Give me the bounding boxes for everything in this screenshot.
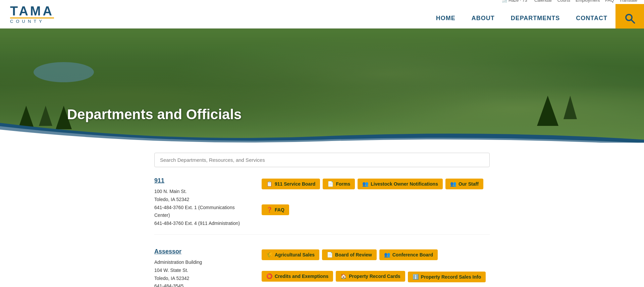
tag-icon-911-service-board: 📋 [266, 181, 273, 187]
main-nav: HOME ABOUT DEPARTMENTS CONTACT [428, 15, 615, 22]
dept-name-911[interactable]: 911 [154, 177, 248, 184]
tag-assessor-board-of-review[interactable]: 📄 Board of Review [322, 249, 377, 260]
tag-icon-property-cards: 🏠 [340, 273, 347, 279]
courts-link[interactable]: Courts [557, 0, 570, 3]
tag-assessor-conference-board[interactable]: 👥 Conference Board [379, 249, 438, 260]
dept-entry-911: 911 100 N. Main St. Toledo, IA 52342 641… [154, 177, 490, 235]
dept-left-assessor: Assessor Administration Building 104 W. … [154, 248, 248, 287]
logo-area: TAMA COUNTY [0, 5, 54, 23]
tag-icon-agricultural: 🌾 [266, 252, 273, 258]
nav-about[interactable]: ABOUT [464, 15, 503, 22]
tag-icon-conference-board: 👥 [384, 252, 390, 258]
translate-link[interactable]: Translate [619, 0, 637, 3]
tag-assessor-property-record-cards[interactable]: 🏠 Property Record Cards [336, 271, 405, 282]
nav-contact[interactable]: CONTACT [568, 15, 615, 22]
weather: 🌫️ Haze · 73° [502, 0, 529, 3]
hero-curve [0, 123, 644, 143]
main-content: 911 100 N. Main St. Toledo, IA 52342 641… [87, 143, 557, 287]
utility-bar: 🌫️ Haze · 73° Calendar Courts Employment… [502, 0, 644, 4]
dept-tags-911: 📋 911 Service Board 📄 Forms 👥 Livestock … [262, 177, 490, 228]
tag-911-forms[interactable]: 📄 Forms [323, 179, 355, 189]
employment-link[interactable]: Employment [576, 0, 600, 3]
tag-icon-sales-info: ℹ️ [413, 274, 419, 280]
tag-icon-livestock: 👥 [362, 181, 369, 187]
weather-icon: 🌫️ [502, 0, 507, 3]
hero-section: Departments and Officials [0, 29, 644, 143]
dept-left-911: 911 100 N. Main St. Toledo, IA 52342 641… [154, 177, 248, 228]
tag-icon-faq: ❓ [266, 207, 273, 213]
logo-tama: TAMA [10, 5, 54, 18]
dept-tags-assessor: 🌾 Agricultural Sales 📄 Board of Review 👥… [262, 248, 490, 287]
tag-assessor-credits-exemptions[interactable]: ⭕ Credits and Exemptions [262, 271, 333, 282]
calendar-link[interactable]: Calendar [534, 0, 552, 3]
tag-911-staff[interactable]: 👥 Our Staff [445, 179, 483, 189]
dept-entry-assessor: Assessor Administration Building 104 W. … [154, 248, 490, 287]
logo: TAMA COUNTY [10, 5, 54, 23]
logo-county: COUNTY [10, 19, 54, 23]
search-bar [154, 153, 490, 167]
dept-address-assessor: Administration Building 104 W. State St.… [154, 258, 248, 287]
tag-911-faq[interactable]: ❓ FAQ [262, 204, 289, 215]
nav-home[interactable]: HOME [428, 15, 464, 22]
tag-911-service-board[interactable]: 📋 911 Service Board [262, 179, 320, 189]
header: TAMA COUNTY 🌫️ Haze · 73° Calendar Court… [0, 0, 644, 29]
dept-address-911: 100 N. Main St. Toledo, IA 52342 641-484… [154, 188, 248, 228]
tag-icon-staff: 👥 [450, 181, 457, 187]
search-icon [624, 12, 636, 25]
top-right: 🌫️ Haze · 73° Calendar Courts Employment… [428, 0, 644, 33]
nav-departments[interactable]: DEPARTMENTS [503, 15, 568, 22]
dept-name-assessor[interactable]: Assessor [154, 248, 248, 255]
tag-assessor-agricultural-sales[interactable]: 🌾 Agricultural Sales [262, 249, 319, 260]
faq-link[interactable]: FAQ [605, 0, 614, 3]
svg-line-1 [631, 19, 634, 23]
tag-icon-forms: 📄 [327, 181, 334, 187]
tag-icon-board-of-review: 📄 [327, 252, 333, 258]
tag-911-livestock[interactable]: 👥 Livestock Owner Notifications [358, 179, 443, 189]
tag-icon-credits: ⭕ [266, 273, 273, 279]
hero-title: Departments and Officials [67, 106, 241, 123]
search-input[interactable] [154, 153, 490, 167]
tag-assessor-property-sales-info[interactable]: ℹ️ Property Record Sales Info [408, 272, 486, 282]
